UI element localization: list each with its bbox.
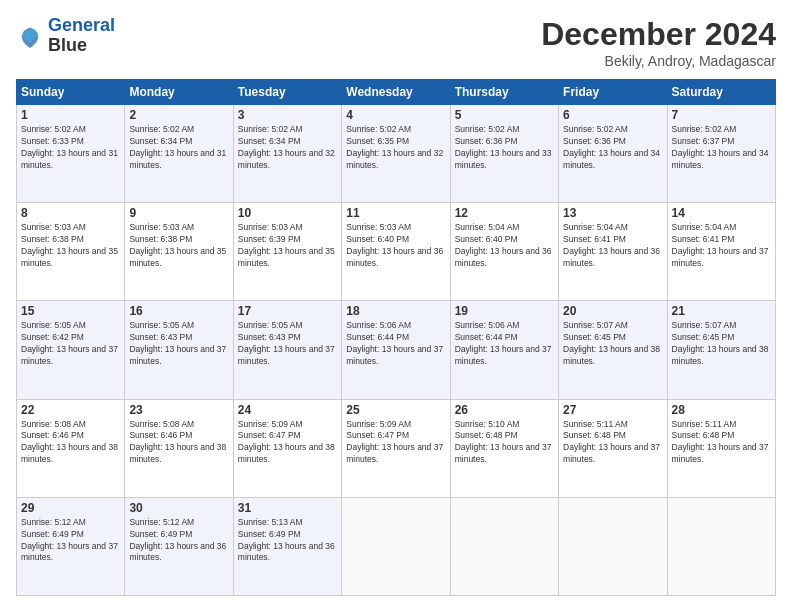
calendar-week-row: 22Sunrise: 5:08 AMSunset: 6:46 PMDayligh… [17, 399, 776, 497]
day-detail: Sunrise: 5:08 AMSunset: 6:46 PMDaylight:… [21, 419, 120, 467]
calendar-cell: 5Sunrise: 5:02 AMSunset: 6:36 PMDaylight… [450, 105, 558, 203]
day-detail: Sunrise: 5:10 AMSunset: 6:48 PMDaylight:… [455, 419, 554, 467]
header: General Blue December 2024 Bekily, Andro… [16, 16, 776, 69]
day-number: 16 [129, 304, 228, 318]
day-detail: Sunrise: 5:02 AMSunset: 6:34 PMDaylight:… [238, 124, 337, 172]
day-number: 15 [21, 304, 120, 318]
day-detail: Sunrise: 5:02 AMSunset: 6:36 PMDaylight:… [455, 124, 554, 172]
day-detail: Sunrise: 5:04 AMSunset: 6:41 PMDaylight:… [563, 222, 662, 270]
calendar-cell: 16Sunrise: 5:05 AMSunset: 6:43 PMDayligh… [125, 301, 233, 399]
title-block: December 2024 Bekily, Androy, Madagascar [541, 16, 776, 69]
day-number: 21 [672, 304, 771, 318]
calendar-cell: 3Sunrise: 5:02 AMSunset: 6:34 PMDaylight… [233, 105, 341, 203]
day-detail: Sunrise: 5:02 AMSunset: 6:34 PMDaylight:… [129, 124, 228, 172]
day-detail: Sunrise: 5:06 AMSunset: 6:44 PMDaylight:… [455, 320, 554, 368]
calendar-cell [559, 497, 667, 595]
day-number: 9 [129, 206, 228, 220]
col-header-monday: Monday [125, 80, 233, 105]
day-detail: Sunrise: 5:03 AMSunset: 6:39 PMDaylight:… [238, 222, 337, 270]
day-number: 10 [238, 206, 337, 220]
calendar-cell: 27Sunrise: 5:11 AMSunset: 6:48 PMDayligh… [559, 399, 667, 497]
calendar-cell: 30Sunrise: 5:12 AMSunset: 6:49 PMDayligh… [125, 497, 233, 595]
col-header-wednesday: Wednesday [342, 80, 450, 105]
day-detail: Sunrise: 5:04 AMSunset: 6:40 PMDaylight:… [455, 222, 554, 270]
day-number: 11 [346, 206, 445, 220]
day-number: 7 [672, 108, 771, 122]
day-detail: Sunrise: 5:07 AMSunset: 6:45 PMDaylight:… [672, 320, 771, 368]
day-detail: Sunrise: 5:05 AMSunset: 6:43 PMDaylight:… [129, 320, 228, 368]
calendar-cell: 18Sunrise: 5:06 AMSunset: 6:44 PMDayligh… [342, 301, 450, 399]
calendar-cell: 10Sunrise: 5:03 AMSunset: 6:39 PMDayligh… [233, 203, 341, 301]
day-number: 4 [346, 108, 445, 122]
logo-line2: Blue [48, 36, 115, 56]
page: General Blue December 2024 Bekily, Andro… [0, 0, 792, 612]
day-number: 1 [21, 108, 120, 122]
day-number: 23 [129, 403, 228, 417]
logo: General Blue [16, 16, 115, 56]
calendar-cell: 24Sunrise: 5:09 AMSunset: 6:47 PMDayligh… [233, 399, 341, 497]
day-number: 22 [21, 403, 120, 417]
day-number: 20 [563, 304, 662, 318]
day-number: 6 [563, 108, 662, 122]
day-number: 3 [238, 108, 337, 122]
calendar-cell: 26Sunrise: 5:10 AMSunset: 6:48 PMDayligh… [450, 399, 558, 497]
day-detail: Sunrise: 5:12 AMSunset: 6:49 PMDaylight:… [129, 517, 228, 565]
day-detail: Sunrise: 5:13 AMSunset: 6:49 PMDaylight:… [238, 517, 337, 565]
day-detail: Sunrise: 5:03 AMSunset: 6:38 PMDaylight:… [21, 222, 120, 270]
calendar-week-row: 8Sunrise: 5:03 AMSunset: 6:38 PMDaylight… [17, 203, 776, 301]
day-number: 13 [563, 206, 662, 220]
day-number: 19 [455, 304, 554, 318]
calendar-cell: 12Sunrise: 5:04 AMSunset: 6:40 PMDayligh… [450, 203, 558, 301]
day-detail: Sunrise: 5:07 AMSunset: 6:45 PMDaylight:… [563, 320, 662, 368]
calendar-cell: 13Sunrise: 5:04 AMSunset: 6:41 PMDayligh… [559, 203, 667, 301]
day-number: 29 [21, 501, 120, 515]
day-detail: Sunrise: 5:09 AMSunset: 6:47 PMDaylight:… [346, 419, 445, 467]
col-header-friday: Friday [559, 80, 667, 105]
day-number: 26 [455, 403, 554, 417]
day-detail: Sunrise: 5:06 AMSunset: 6:44 PMDaylight:… [346, 320, 445, 368]
calendar-cell: 4Sunrise: 5:02 AMSunset: 6:35 PMDaylight… [342, 105, 450, 203]
calendar-week-row: 29Sunrise: 5:12 AMSunset: 6:49 PMDayligh… [17, 497, 776, 595]
calendar-header-row: SundayMondayTuesdayWednesdayThursdayFrid… [17, 80, 776, 105]
calendar-cell: 21Sunrise: 5:07 AMSunset: 6:45 PMDayligh… [667, 301, 775, 399]
day-number: 25 [346, 403, 445, 417]
calendar-cell: 8Sunrise: 5:03 AMSunset: 6:38 PMDaylight… [17, 203, 125, 301]
day-number: 30 [129, 501, 228, 515]
day-detail: Sunrise: 5:02 AMSunset: 6:36 PMDaylight:… [563, 124, 662, 172]
calendar-cell: 14Sunrise: 5:04 AMSunset: 6:41 PMDayligh… [667, 203, 775, 301]
day-number: 31 [238, 501, 337, 515]
calendar-cell: 22Sunrise: 5:08 AMSunset: 6:46 PMDayligh… [17, 399, 125, 497]
calendar-cell: 23Sunrise: 5:08 AMSunset: 6:46 PMDayligh… [125, 399, 233, 497]
day-detail: Sunrise: 5:02 AMSunset: 6:33 PMDaylight:… [21, 124, 120, 172]
calendar-cell: 9Sunrise: 5:03 AMSunset: 6:38 PMDaylight… [125, 203, 233, 301]
col-header-tuesday: Tuesday [233, 80, 341, 105]
calendar-cell: 15Sunrise: 5:05 AMSunset: 6:42 PMDayligh… [17, 301, 125, 399]
day-number: 27 [563, 403, 662, 417]
col-header-saturday: Saturday [667, 80, 775, 105]
logo-icon [16, 22, 44, 50]
day-number: 18 [346, 304, 445, 318]
calendar-cell: 11Sunrise: 5:03 AMSunset: 6:40 PMDayligh… [342, 203, 450, 301]
day-number: 5 [455, 108, 554, 122]
col-header-thursday: Thursday [450, 80, 558, 105]
day-detail: Sunrise: 5:11 AMSunset: 6:48 PMDaylight:… [672, 419, 771, 467]
calendar-cell: 2Sunrise: 5:02 AMSunset: 6:34 PMDaylight… [125, 105, 233, 203]
calendar-cell [342, 497, 450, 595]
calendar-cell [450, 497, 558, 595]
calendar-week-row: 1Sunrise: 5:02 AMSunset: 6:33 PMDaylight… [17, 105, 776, 203]
month-title: December 2024 [541, 16, 776, 53]
calendar-cell [667, 497, 775, 595]
location: Bekily, Androy, Madagascar [541, 53, 776, 69]
col-header-sunday: Sunday [17, 80, 125, 105]
calendar-cell: 20Sunrise: 5:07 AMSunset: 6:45 PMDayligh… [559, 301, 667, 399]
day-number: 2 [129, 108, 228, 122]
day-number: 24 [238, 403, 337, 417]
day-detail: Sunrise: 5:05 AMSunset: 6:43 PMDaylight:… [238, 320, 337, 368]
day-number: 8 [21, 206, 120, 220]
day-detail: Sunrise: 5:04 AMSunset: 6:41 PMDaylight:… [672, 222, 771, 270]
day-detail: Sunrise: 5:02 AMSunset: 6:37 PMDaylight:… [672, 124, 771, 172]
calendar-table: SundayMondayTuesdayWednesdayThursdayFrid… [16, 79, 776, 596]
calendar-week-row: 15Sunrise: 5:05 AMSunset: 6:42 PMDayligh… [17, 301, 776, 399]
day-detail: Sunrise: 5:05 AMSunset: 6:42 PMDaylight:… [21, 320, 120, 368]
day-detail: Sunrise: 5:03 AMSunset: 6:38 PMDaylight:… [129, 222, 228, 270]
